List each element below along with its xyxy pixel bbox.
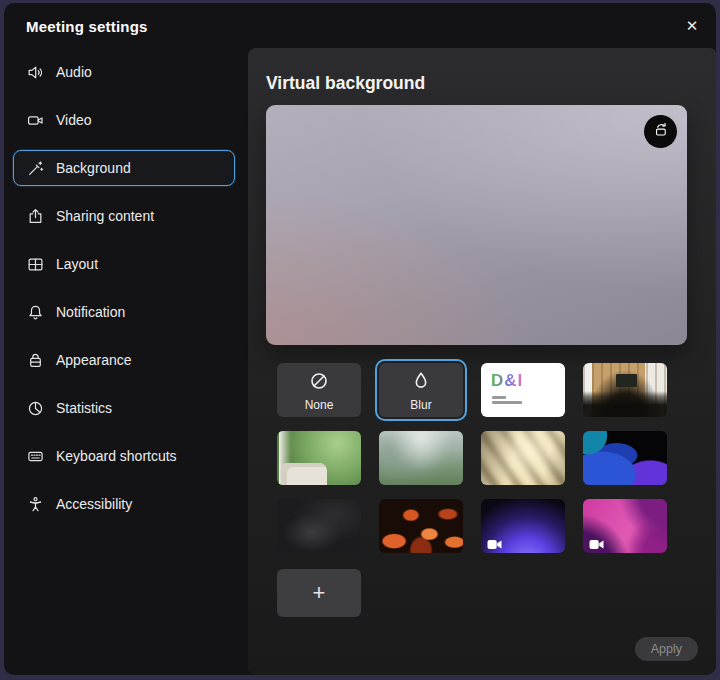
sidebar-item-keyboard-shortcuts[interactable]: Keyboard shortcuts [13,438,235,474]
paint-bucket-icon [26,351,44,369]
speaker-icon [26,63,44,81]
video-camera-badge-icon [487,536,502,547]
background-option-none[interactable]: None [277,363,361,417]
camera-preview [266,105,687,345]
sidebar-item-label: Background [56,160,131,176]
background-option-office-room[interactable] [583,363,667,417]
settings-nav: Audio Video Background Sharing content [13,54,235,534]
bell-icon [26,303,44,321]
sidebar-item-label: Audio [56,64,92,80]
sidebar-item-layout[interactable]: Layout [13,246,235,282]
grid-icon [26,255,44,273]
video-camera-icon [26,111,44,129]
accessibility-icon [26,495,44,513]
settings-sidebar: Audio Video Background Sharing content [4,48,248,675]
sidebar-item-audio[interactable]: Audio [13,54,235,90]
apply-button[interactable]: Apply [635,637,698,661]
sidebar-item-label: Notification [56,304,125,320]
sidebar-item-label: Appearance [56,352,132,368]
sidebar-item-label: Sharing content [56,208,154,224]
blur-drop-icon [379,371,463,391]
flip-camera-icon [651,120,670,143]
dni-tagline-line [492,401,522,404]
sidebar-item-notification[interactable]: Notification [13,294,235,330]
dialog-title: Meeting settings [26,18,148,35]
background-option-purple-video[interactable] [481,499,565,553]
panel-heading: Virtual background [266,73,425,94]
background-option-abstract-blue[interactable] [583,431,667,485]
background-option-blur[interactable]: Blur [379,363,463,417]
tile-label: None [277,398,361,412]
dni-tagline-line [492,396,506,399]
flip-camera-button[interactable] [644,115,677,148]
tile-label: Blur [379,398,463,412]
background-option-dni-logo[interactable]: D&I [481,363,565,417]
sidebar-item-sharing-content[interactable]: Sharing content [13,198,235,234]
background-options-grid: None Blur D&I [277,363,667,553]
keyboard-icon [26,447,44,465]
sidebar-item-label: Accessibility [56,496,132,512]
background-option-dark-swirl[interactable] [277,499,361,553]
close-icon[interactable]: ✕ [680,14,704,38]
sidebar-item-appearance[interactable]: Appearance [13,342,235,378]
background-option-living-room[interactable] [277,431,361,485]
background-option-window-light[interactable] [481,431,565,485]
sidebar-item-label: Layout [56,256,98,272]
background-option-pink-video[interactable] [583,499,667,553]
sidebar-item-label: Video [56,112,92,128]
dni-logo-text: D&I [491,371,523,391]
meeting-settings-dialog: Meeting settings ✕ Audio Video Backgr [4,3,716,675]
video-camera-badge-icon [589,536,604,547]
background-option-blurred-mountains[interactable] [379,431,463,485]
window-light-art [481,431,565,485]
background-option-lava-texture[interactable] [379,499,463,553]
sidebar-item-statistics[interactable]: Statistics [13,390,235,426]
pie-chart-icon [26,399,44,417]
sidebar-item-accessibility[interactable]: Accessibility [13,486,235,522]
sidebar-item-background[interactable]: Background [13,150,235,186]
blurred-mountains-art [379,431,463,485]
magic-wand-icon [26,159,44,177]
sidebar-item-label: Keyboard shortcuts [56,448,177,464]
no-background-icon [277,371,361,391]
sidebar-item-video[interactable]: Video [13,102,235,138]
add-background-button[interactable]: + [277,569,361,617]
plus-icon: + [313,580,326,606]
virtual-background-panel: Virtual background None Blur [248,48,716,675]
sidebar-item-label: Statistics [56,400,112,416]
share-icon [26,207,44,225]
